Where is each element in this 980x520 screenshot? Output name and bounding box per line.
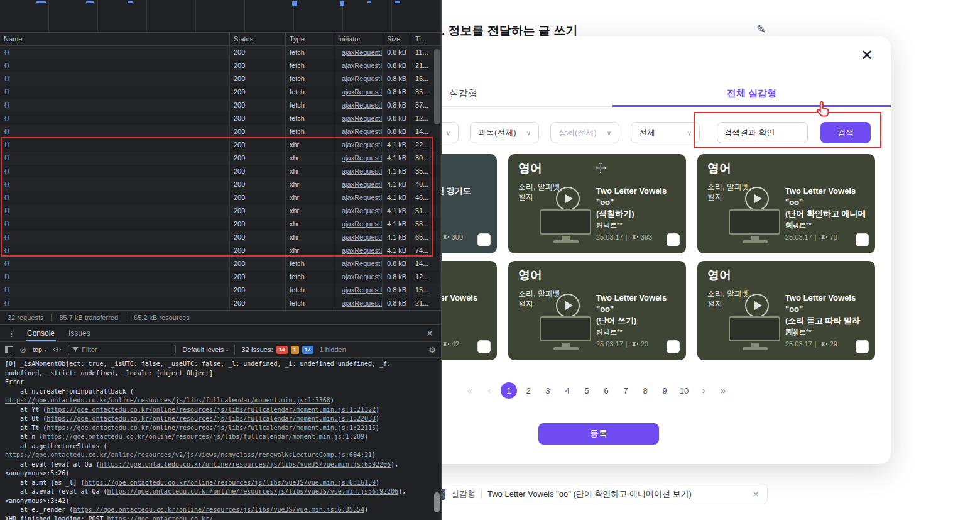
initiator-link[interactable]: ajaxRequestIn — [338, 270, 383, 284]
request-initiator-cell[interactable]: ajaxRequestIn — [334, 99, 383, 112]
tab-console[interactable]: Console — [21, 325, 61, 341]
network-request-row[interactable]: {}check200fetchajaxRequestIn0.8 kB16... — [0, 72, 441, 86]
network-request-row[interactable]: {}check200fetchajaxRequestIn0.8 kB14... — [0, 125, 441, 138]
initiator-link[interactable]: ajaxRequestIn — [338, 204, 383, 218]
network-scrollbar-thumb[interactable] — [434, 49, 440, 124]
pagination-page-4[interactable]: 4 — [559, 382, 575, 399]
initiator-link[interactable]: ajaxRequestIn — [338, 138, 383, 152]
search-button[interactable]: 검색 — [820, 122, 871, 143]
pagination-prev[interactable]: ‹ — [481, 382, 498, 399]
column-header-initiator[interactable]: Initiator — [334, 33, 383, 45]
console-stack-link[interactable]: https://goe.ontactedu.co.kr/online/resou… — [46, 406, 376, 413]
request-initiator-cell[interactable]: ajaxRequestIn — [334, 218, 383, 231]
pagination-page-3[interactable]: 3 — [540, 382, 556, 399]
console-stack-link[interactable]: https://goe.ontactedu.co.kr/... — [107, 516, 225, 520]
request-initiator-cell[interactable]: ajaxRequestIn — [334, 257, 383, 270]
console-scrollbar-thumb[interactable] — [434, 492, 440, 512]
modal-close-icon[interactable]: ✕ — [861, 48, 873, 63]
network-request-row[interactable]: {}check200fetchajaxRequestIn0.8 kB21... — [0, 297, 441, 310]
remove-item-icon[interactable]: ✕ — [752, 489, 760, 499]
pagination-next[interactable]: › — [695, 382, 712, 399]
pagination-page-8[interactable]: 8 — [637, 382, 653, 399]
pagination-page-5[interactable]: 5 — [579, 382, 595, 399]
pagination-next[interactable]: » — [715, 382, 731, 399]
close-drawer-icon[interactable]: ✕ — [426, 328, 433, 338]
card-checkbox[interactable] — [856, 340, 869, 353]
eye-icon[interactable] — [53, 346, 62, 353]
initiator-link[interactable]: ajaxRequestIn — [338, 178, 383, 191]
request-initiator-cell[interactable]: ajaxRequestIn — [334, 72, 383, 86]
initiator-link[interactable]: ajaxRequestIn — [338, 191, 383, 204]
network-overview-timeline[interactable] — [0, 0, 441, 33]
search-input[interactable] — [717, 122, 808, 143]
network-request-row[interactable]: {}cnedu?searchTab=vod&currentPage=1&scho… — [0, 244, 441, 257]
network-request-row[interactable]: {}cnedu?searchTab=vod&currentPage=1&scho… — [0, 138, 441, 152]
tab-issues[interactable]: Issues — [62, 325, 97, 341]
network-request-row[interactable]: {}check200fetchajaxRequestIn0.8 kB35... — [0, 86, 441, 99]
network-request-row[interactable]: {}check200fetchajaxRequestIn0.8 kB14... — [0, 257, 441, 270]
console-stack-link[interactable]: https://goe.ontactedu.co.kr/online/resou… — [107, 488, 399, 495]
edit-pencil-icon[interactable]: ✎ — [756, 23, 766, 36]
request-initiator-cell[interactable]: ajaxRequestIn — [334, 165, 383, 178]
request-initiator-cell[interactable]: ajaxRequestIn — [334, 138, 383, 152]
network-request-row[interactable]: {}check200fetchajaxRequestIn0.8 kB21... — [0, 59, 441, 72]
network-request-row[interactable]: {}cnedu?searchTab=vod&currentPage=1&scho… — [0, 191, 441, 204]
console-stack-link[interactable]: https://goe.ontactedu.co.kr/online/resou… — [84, 479, 376, 486]
request-initiator-cell[interactable]: ajaxRequestIn — [334, 178, 383, 191]
console-stack-link[interactable]: https://goe.ontactedu.co.kr/online/resou… — [5, 397, 330, 404]
pagination-page-7[interactable]: 7 — [618, 382, 634, 399]
more-options-icon[interactable]: ⋮ — [4, 329, 19, 338]
initiator-link[interactable]: ajaxRequestIn — [338, 46, 383, 59]
console-stack-link[interactable]: https://goe.ontactedu.co.kr/online/resou… — [73, 506, 364, 513]
console-stack-link[interactable]: https://goe.ontactedu.co.kr/online/resou… — [5, 451, 372, 458]
request-initiator-cell[interactable]: ajaxRequestIn — [334, 46, 383, 59]
filter-dropdown-scope[interactable]: 전체 ∨ — [631, 122, 700, 143]
network-request-row[interactable]: {}cnedu?searchTab=vod&currentPage=1&scho… — [0, 231, 441, 244]
initiator-link[interactable]: ajaxRequestIn — [338, 112, 383, 125]
filter-dropdown-detail[interactable]: 상세(전체) ∨ — [550, 122, 619, 143]
request-initiator-cell[interactable]: ajaxRequestIn — [334, 152, 383, 165]
network-request-row[interactable]: {}cnedu?searchTab=vod&currentPage=1&scho… — [0, 178, 441, 191]
pagination-page-2[interactable]: 2 — [520, 382, 536, 399]
tab-all-realistic[interactable]: 전체 실감형 — [612, 80, 891, 106]
console-stack-link[interactable]: https://goe.ontactedu.co.kr/online/resou… — [46, 424, 376, 431]
request-initiator-cell[interactable]: ajaxRequestIn — [334, 204, 383, 218]
request-initiator-cell[interactable]: ajaxRequestIn — [334, 191, 383, 204]
initiator-link[interactable]: ajaxRequestIn — [338, 218, 383, 231]
network-request-row[interactable]: {}cnedu?searchTab=vod&currentPage=1&scho… — [0, 204, 441, 218]
console-stack-link[interactable]: https://goe.ontactedu.co.kr/online/resou… — [100, 461, 391, 468]
console-filter-input[interactable]: Filter — [68, 345, 176, 355]
request-initiator-cell[interactable]: ajaxRequestIn — [334, 284, 383, 297]
column-header-name[interactable]: Name — [0, 33, 230, 45]
request-initiator-cell[interactable]: ajaxRequestIn — [334, 59, 383, 72]
clear-console-icon[interactable]: ⊘ — [19, 345, 26, 355]
network-request-row[interactable]: {}check200fetchajaxRequestIn0.8 kB15... — [0, 284, 441, 297]
network-request-row[interactable]: {}cnedu?searchTab=vod&currentPage=1&scho… — [0, 218, 441, 231]
request-initiator-cell[interactable]: ajaxRequestIn — [334, 86, 383, 99]
request-initiator-cell[interactable]: ajaxRequestIn — [334, 270, 383, 284]
initiator-link[interactable]: ajaxRequestIn — [338, 284, 383, 297]
network-request-row[interactable]: {}cnedu?searchTab=vod&currentPage=1&scho… — [0, 165, 441, 178]
request-initiator-cell[interactable]: ajaxRequestIn — [334, 297, 383, 310]
console-sidebar-icon[interactable] — [5, 346, 13, 353]
network-request-row[interactable]: {}cnedu?searchTab=vod&currentPage=1&scho… — [0, 152, 441, 165]
request-initiator-cell[interactable]: ajaxRequestIn — [334, 231, 383, 244]
card-checkbox[interactable] — [477, 233, 491, 246]
log-levels-dropdown[interactable]: Default levels ▾ — [182, 346, 228, 353]
console-stack-link[interactable]: https://goe.ontactedu.co.kr/online/resou… — [43, 433, 364, 440]
javascript-context-dropdown[interactable]: top ▾ — [33, 346, 46, 353]
pagination-prev[interactable]: « — [462, 382, 478, 399]
initiator-link[interactable]: ajaxRequestIn — [338, 125, 383, 138]
issues-counter[interactable]: 32 Issues: 14 1 17 — [241, 346, 313, 354]
initiator-link[interactable]: ajaxRequestIn — [338, 99, 383, 112]
content-card[interactable]: 영어 소리, 알파벳, 철자 Two Letter Vowels "oo"(단어… — [697, 154, 875, 253]
pagination-page-1[interactable]: 1 — [501, 382, 517, 399]
filter-dropdown-subject[interactable]: 과목(전체) ∨ — [470, 122, 539, 143]
initiator-link[interactable]: ajaxRequestIn — [338, 152, 383, 165]
column-header-type[interactable]: Type — [286, 33, 334, 45]
content-card[interactable]: 영어 소리, 알파벳, 철자 Two Letter Vowels "oo"(단어… — [508, 261, 686, 360]
initiator-link[interactable]: ajaxRequestIn — [338, 72, 383, 86]
card-checkbox[interactable] — [856, 233, 869, 246]
initiator-link[interactable]: ajaxRequestIn — [338, 257, 383, 270]
column-header-time[interactable]: Ti.. — [411, 33, 441, 45]
